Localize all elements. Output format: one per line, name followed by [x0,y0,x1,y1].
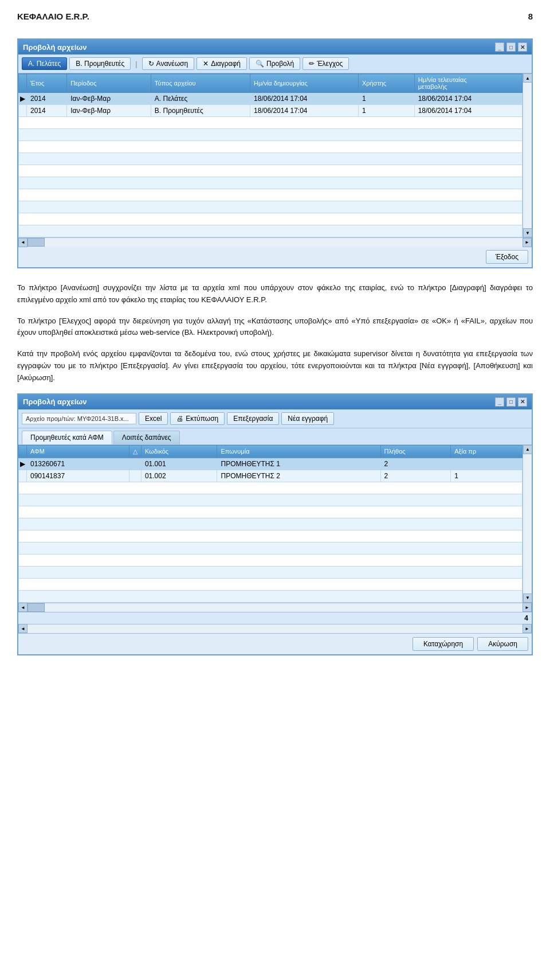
col-modified-header: Ημ/νία τελευταίαςμεταβολής [414,74,522,93]
scroll-right-button[interactable]: ► [522,238,532,247]
cell-afm: 013260671 [27,458,129,470]
scroll-right-button-2[interactable]: ► [522,603,532,612]
cell-created: 18/06/2014 17:04 [250,105,359,117]
tab-loipes[interactable]: Λοιπές δαπάνες [113,431,180,444]
empty-row [19,506,522,518]
horizontal-scrollbar-2[interactable]: ◄ ► [18,603,532,612]
window1-table-area: Έτος Περίοδος Τύπος αρχείου Ημ/νία δημιο… [18,73,532,237]
row-arrow: ▶ [19,458,27,470]
col-indicator-header [19,74,27,93]
cell-code: 01.001 [141,458,217,470]
paragraph1: Το πλήκτρο [Ανανέωση] συγχρονίζει την λί… [17,282,533,306]
maximize-button[interactable]: □ [506,397,516,407]
scroll-up-button[interactable]: ▲ [523,73,532,83]
bottom-nav-bar[interactable]: ◄ ► [18,624,532,633]
epexergasia-button[interactable]: Επεξεργασία [227,412,279,425]
nav-track [28,624,522,633]
col-created-header: Ημ/νία δημιουργίας [250,74,359,93]
empty-row [19,213,522,225]
window1-controls: _ □ ✕ [495,42,527,52]
table-row[interactable]: 2014 Ιαν-Φεβ-Μαρ Β. Προμηθευτές 18/06/20… [19,105,522,117]
check-icon: ✏ [309,60,315,68]
cell-delta [129,470,141,482]
table-row[interactable]: ▶ 013260671 01.001 ΠΡΟΜΗΘΕΥΤΗΣ 1 2 [19,458,522,470]
scroll-down-button[interactable]: ▼ [523,594,532,603]
close-button[interactable]: ✕ [518,42,527,52]
diagrafi-button[interactable]: ✕ Διαγραφή [197,57,247,70]
window1-toolbar: Α. Πελάτες Β. Προμηθευτές | ↻ Ανανέωση ✕… [18,54,532,73]
empty-row [19,542,522,554]
refresh-icon: ↻ [148,60,154,68]
cell-type: Β. Προμηθευτές [151,105,250,117]
elegchos-button[interactable]: ✏ Έλεγχος [302,57,349,70]
minimize-button[interactable]: _ [495,42,504,52]
scroll-up-button[interactable]: ▲ [523,445,532,454]
page-number: 8 [528,11,533,21]
scroll-track [523,83,532,228]
pelates-button[interactable]: Α. Πελάτες [22,57,67,70]
horizontal-scrollbar[interactable]: ◄ ► [18,237,532,247]
nea-eggrafi-button[interactable]: Νέα εγγραφή [281,412,334,425]
col2-delta-header: △ [129,445,141,458]
close-button[interactable]: ✕ [518,397,527,407]
empty-row [19,518,522,530]
cell-year: 2014 [27,93,67,105]
scroll-h-track [45,238,522,247]
empty-row [19,225,522,237]
col2-count-header: Πλήθος [380,445,451,458]
window2: Προβολή αρχείων _ □ ✕ Excel 🖨 Εκτύπωση Ε… [17,393,533,655]
nav-last-button[interactable]: ► [522,624,532,633]
save-button[interactable]: Καταχώρηση [412,637,474,651]
cell-year: 2014 [27,105,67,117]
maximize-button[interactable]: □ [506,42,516,52]
minimize-button[interactable]: _ [495,397,504,407]
excel-button[interactable]: Excel [139,412,168,425]
empty-row [19,530,522,542]
vertical-scrollbar[interactable]: ▲ ▼ [522,73,532,237]
row-arrow: ▶ [19,93,27,105]
empty-row [19,482,522,494]
cell-delta [129,458,141,470]
cell-value [451,458,522,470]
window2-table: ΑΦΜ △ Κωδικός Επωνυμία Πλήθος Αξία πρ ▶ … [18,445,522,603]
tab-promitheftes[interactable]: Προμηθευτές κατά ΑΦΜ [22,431,112,444]
cell-period: Ιαν-Φεβ-Μαρ [67,93,151,105]
cell-count: 2 [380,458,451,470]
file-path-field[interactable] [22,413,136,424]
cell-modified: 18/06/2014 17:04 [414,93,522,105]
scroll-left-button-2[interactable]: ◄ [18,603,28,612]
bottom-buttons: Καταχώρηση Ακύρωση [18,633,532,654]
col2-value-header: Αξία πρ [451,445,522,458]
scroll-left-button[interactable]: ◄ [18,238,28,247]
nav-first-button[interactable]: ◄ [18,624,28,633]
empty-row [19,153,522,165]
print-icon: 🖨 [176,415,183,423]
promitheftes-button[interactable]: Β. Προμηθευτές [69,57,131,70]
status-page-number: 4 [524,614,528,622]
vertical-scrollbar-2[interactable]: ▲ ▼ [522,445,532,603]
empty-row [19,566,522,578]
window2-controls: _ □ ✕ [495,397,527,407]
empty-row [19,117,522,129]
cancel-button[interactable]: Ακύρωση [477,637,528,651]
empty-row [19,590,522,602]
table-row[interactable]: ▶ 2014 Ιαν-Φεβ-Μαρ Α. Πελάτες 18/06/2014… [19,93,522,105]
ektiposi-button[interactable]: 🖨 Εκτύπωση [170,412,225,425]
scroll-down-button[interactable]: ▼ [523,228,532,237]
cell-name: ΠΡΟΜΗΘΕΥΤΗΣ 1 [217,458,380,470]
cell-afm: 090141837 [27,470,129,482]
empty-row [19,177,522,189]
ananeosi-button[interactable]: ↻ Ανανέωση [142,57,195,70]
exit-button[interactable]: Έξοδος [486,250,528,264]
cell-user: 1 [358,93,414,105]
table-row[interactable]: 090141837 01.002 ΠΡΟΜΗΘΕΥΤΗΣ 2 2 1 [19,470,522,482]
cell-period: Ιαν-Φεβ-Μαρ [67,105,151,117]
empty-row [19,494,522,506]
provoli-button[interactable]: 🔍 Προβολή [249,57,300,70]
window1-titlebar: Προβολή αρχείων _ □ ✕ [18,40,532,54]
empty-row [19,189,522,201]
page-title: ΚΕΦΑΛΑΙΟ E.R.P. [17,11,89,21]
delete-icon: ✕ [203,60,209,68]
paragraph2: Το πλήκτρο [Έλεγχος] αφορά την διερεύνησ… [17,315,533,339]
cell-code: 01.002 [141,470,217,482]
